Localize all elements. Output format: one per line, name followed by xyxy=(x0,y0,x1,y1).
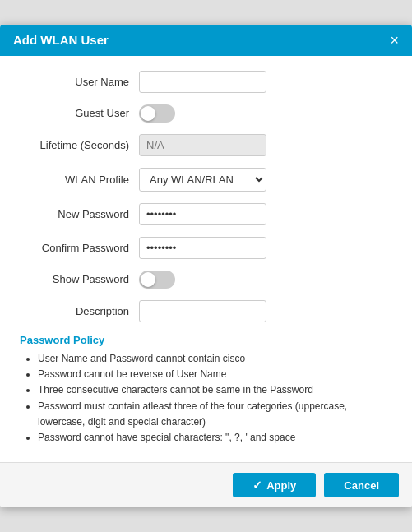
username-input[interactable] xyxy=(139,71,266,93)
show-password-row: Show Password xyxy=(20,271,392,289)
dialog-footer: ✓ Apply Cancel xyxy=(0,462,412,507)
new-password-label: New Password xyxy=(20,208,139,220)
policy-item: Password cannot have special characters:… xyxy=(38,430,392,446)
guest-user-knob xyxy=(141,106,155,121)
new-password-input[interactable] xyxy=(139,203,266,225)
guest-user-track xyxy=(139,104,175,123)
add-wlan-user-dialog: Add WLAN User × User Name Guest User Lif… xyxy=(0,25,412,507)
show-password-knob xyxy=(141,272,155,287)
wlan-profile-select[interactable]: Any WLAN/RLAN xyxy=(139,168,266,192)
guest-user-toggle[interactable] xyxy=(139,104,175,123)
show-password-track xyxy=(139,271,175,289)
dialog-body: User Name Guest User Lifetime (Seconds) … xyxy=(0,56,412,462)
lifetime-label: Lifetime (Seconds) xyxy=(20,139,139,151)
lifetime-input xyxy=(139,134,266,156)
policy-item: Password cannot be reverse of User Name xyxy=(38,367,392,382)
policy-item: User Name and Password cannot contain ci… xyxy=(38,351,392,367)
apply-button[interactable]: ✓ Apply xyxy=(233,473,316,497)
password-policy-section: Password Policy User Name and Password c… xyxy=(20,334,392,454)
description-input[interactable] xyxy=(139,300,266,322)
guest-user-label: Guest User xyxy=(20,107,139,119)
description-row: Description xyxy=(20,300,392,322)
username-label: User Name xyxy=(20,76,139,88)
close-button[interactable]: × xyxy=(390,33,399,48)
wlan-profile-row: WLAN Profile Any WLAN/RLAN xyxy=(20,168,392,192)
new-password-row: New Password xyxy=(20,203,392,225)
description-label: Description xyxy=(20,305,139,317)
username-row: User Name xyxy=(20,71,392,93)
policy-item: Password must contain atleast three of t… xyxy=(38,399,392,430)
policy-title[interactable]: Password Policy xyxy=(20,334,392,346)
show-password-label: Show Password xyxy=(20,273,139,285)
confirm-password-label: Confirm Password xyxy=(20,242,139,254)
apply-checkmark: ✓ xyxy=(252,479,262,492)
confirm-password-row: Confirm Password xyxy=(20,237,392,259)
confirm-password-input[interactable] xyxy=(139,237,266,259)
cancel-button[interactable]: Cancel xyxy=(324,473,399,497)
lifetime-row: Lifetime (Seconds) xyxy=(20,134,392,156)
guest-user-row: Guest User xyxy=(20,104,392,123)
wlan-profile-label: WLAN Profile xyxy=(20,173,139,186)
policy-item: Three consecutive characters cannot be s… xyxy=(38,382,392,398)
show-password-toggle[interactable] xyxy=(139,271,175,289)
dialog-header: Add WLAN User × xyxy=(0,25,412,56)
apply-label: Apply xyxy=(266,479,296,492)
dialog-title: Add WLAN User xyxy=(13,33,109,47)
policy-list: User Name and Password cannot contain ci… xyxy=(20,351,392,446)
